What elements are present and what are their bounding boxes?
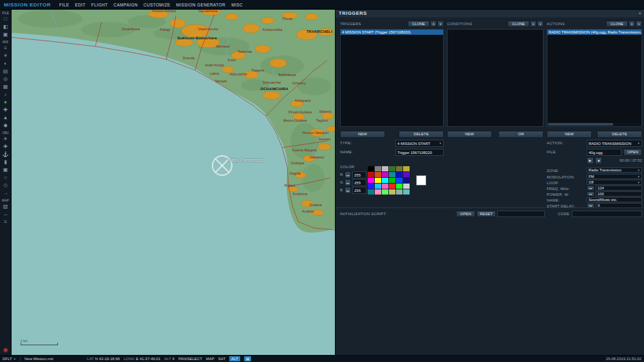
delete-action-button[interactable]: DELETE — [597, 131, 642, 138]
menu-mission-generator[interactable]: MISSION GENERATOR — [176, 3, 226, 7]
clone-trigger-button[interactable]: CLONE — [408, 21, 430, 27]
delete-trigger-button[interactable]: DELETE — [399, 131, 444, 138]
freq-value[interactable]: 124 — [596, 186, 642, 191]
color-swatch[interactable] — [368, 184, 374, 189]
color-swatch[interactable] — [368, 166, 374, 171]
condition-move-down-button[interactable]: ∨ — [537, 21, 544, 27]
map-mode-toggle[interactable]: MAP — [206, 357, 214, 361]
blue-value[interactable]: 255 — [352, 187, 366, 194]
sound-icon[interactable]: ♪ — [1, 91, 10, 99]
color-swatch[interactable] — [368, 189, 374, 195]
menu-campaign[interactable]: CAMPAIGN — [113, 3, 137, 7]
color-swatch[interactable] — [375, 178, 381, 183]
color-swatch[interactable] — [382, 189, 388, 195]
color-swatch[interactable] — [403, 166, 410, 171]
action-move-up-button[interactable]: ∧ — [629, 21, 635, 27]
pan-select-mode[interactable]: PAN/SELECT — [178, 357, 202, 361]
save-mission-icon[interactable]: ▣ — [1, 31, 10, 39]
color-swatch[interactable] — [403, 184, 410, 189]
trigger-name-input[interactable]: Trigger 1567108220 — [395, 149, 444, 156]
color-swatch[interactable] — [382, 184, 388, 189]
clone-condition-button[interactable]: CLONE — [507, 21, 529, 27]
red-spinner[interactable]: ◂▸ — [345, 171, 351, 178]
color-swatch[interactable] — [375, 184, 381, 189]
close-icon[interactable]: × — [638, 10, 641, 16]
time-icon[interactable]: ◐ — [1, 60, 10, 68]
distance-tool-icon[interactable]: ↔ — [1, 211, 10, 218]
trigger-zone-icon[interactable]: ○ — [1, 174, 10, 182]
trigger-move-down-button[interactable]: ∨ — [437, 21, 444, 27]
color-swatch[interactable] — [403, 178, 410, 183]
layers-toggle[interactable]: ▤ — [244, 356, 252, 361]
init-script-open-button[interactable]: OPEN — [456, 211, 475, 217]
color-swatch[interactable] — [375, 189, 381, 195]
init-script-file-field[interactable] — [497, 211, 545, 217]
airplane-icon[interactable]: ✈ — [1, 135, 10, 143]
route-icon[interactable]: → — [1, 189, 10, 197]
action-dropdown[interactable]: RADIO TRANSMISSION ▼ — [587, 140, 642, 147]
color-swatch[interactable] — [368, 178, 374, 183]
map-options-icon[interactable]: ≡ — [1, 218, 10, 226]
stop-button[interactable]: ■ — [595, 157, 602, 164]
weather-icon[interactable]: ☀ — [1, 52, 10, 60]
actions-list[interactable]: RADIO TRANSMISSION (40g.ogg, Radio Trans… — [547, 29, 642, 127]
triggers-icon[interactable]: ▲ — [1, 114, 10, 122]
new-action-button[interactable]: NEW — [547, 131, 592, 138]
freq-spinner[interactable]: ◂▸ — [587, 186, 594, 191]
new-condition-button[interactable]: NEW — [447, 131, 492, 138]
green-value[interactable]: 255 — [352, 179, 366, 186]
open-file-button[interactable]: OPEN — [623, 149, 642, 156]
menu-flight[interactable]: FLIGHT — [91, 3, 108, 7]
goals-icon[interactable]: ◎ — [1, 75, 10, 83]
active-tool-icon[interactable]: ● — [1, 99, 10, 106]
color-swatch[interactable] — [382, 172, 388, 177]
record-icon[interactable]: ◉ — [1, 346, 10, 354]
failures-icon[interactable]: ✚ — [1, 106, 10, 114]
loop-dropdown[interactable]: Off ▼ — [587, 180, 642, 185]
list-item[interactable]: 4 MISSION START (Trigger 1567108220) — [341, 30, 443, 35]
mission-options-icon[interactable]: ≡ — [1, 44, 10, 52]
color-swatch[interactable] — [375, 166, 381, 171]
template-icon[interactable]: ◇ — [1, 182, 10, 189]
color-swatch[interactable] — [382, 178, 388, 183]
sat-mode-toggle[interactable]: SAT — [218, 357, 225, 361]
color-swatch[interactable] — [389, 189, 395, 195]
color-swatch[interactable] — [368, 172, 374, 177]
code-field[interactable] — [572, 211, 642, 217]
color-swatch[interactable] — [396, 172, 402, 177]
zone-dropdown[interactable]: Radio Transmission ▼ — [587, 167, 642, 173]
briefing-icon[interactable]: ▤ — [1, 68, 10, 75]
color-swatch[interactable] — [396, 166, 402, 171]
color-swatch[interactable] — [389, 166, 395, 171]
power-spinner[interactable]: ◂▸ — [587, 191, 594, 196]
green-spinner[interactable]: ◂▸ — [345, 179, 351, 186]
selected-color-swatch[interactable] — [416, 175, 426, 186]
type-dropdown[interactable]: 4 MISSION START ▼ — [395, 140, 444, 147]
color-swatch[interactable] — [403, 172, 410, 177]
list-item[interactable]: RADIO TRANSMISSION (40g.ogg, Radio Trans… — [547, 30, 641, 35]
modulation-dropdown[interactable]: FM ▼ — [587, 174, 642, 179]
color-swatch[interactable] — [389, 184, 395, 189]
open-mission-icon[interactable]: ◧ — [1, 23, 10, 31]
resources-icon[interactable]: ▦ — [1, 83, 10, 91]
play-button[interactable]: ▶ — [587, 157, 594, 164]
vehicle-icon[interactable]: ▮ — [1, 158, 10, 166]
color-swatch[interactable] — [389, 178, 395, 183]
profile-selector[interactable]: DFLT ▼ — [3, 357, 16, 361]
alt-toggle[interactable]: ALT — [229, 356, 240, 361]
menu-misc[interactable]: MISC — [231, 3, 243, 7]
color-swatch[interactable] — [375, 172, 381, 177]
red-value[interactable]: 255 — [352, 171, 366, 178]
init-script-reset-button[interactable]: RESET — [477, 211, 496, 217]
color-swatch[interactable] — [403, 189, 410, 195]
clone-action-button[interactable]: CLONE — [606, 21, 628, 27]
helicopter-icon[interactable]: ✚ — [1, 143, 10, 151]
actions-list-hscrollbar[interactable] — [548, 123, 641, 126]
color-swatch[interactable] — [382, 166, 388, 171]
ship-icon[interactable]: ⚓ — [1, 151, 10, 158]
new-trigger-button[interactable]: NEW — [340, 131, 385, 138]
action-move-down-button[interactable]: ∨ — [636, 21, 642, 27]
color-swatch[interactable] — [389, 172, 395, 177]
color-swatch[interactable] — [396, 184, 402, 189]
triggers-list[interactable]: 4 MISSION START (Trigger 1567108220) — [340, 29, 444, 127]
